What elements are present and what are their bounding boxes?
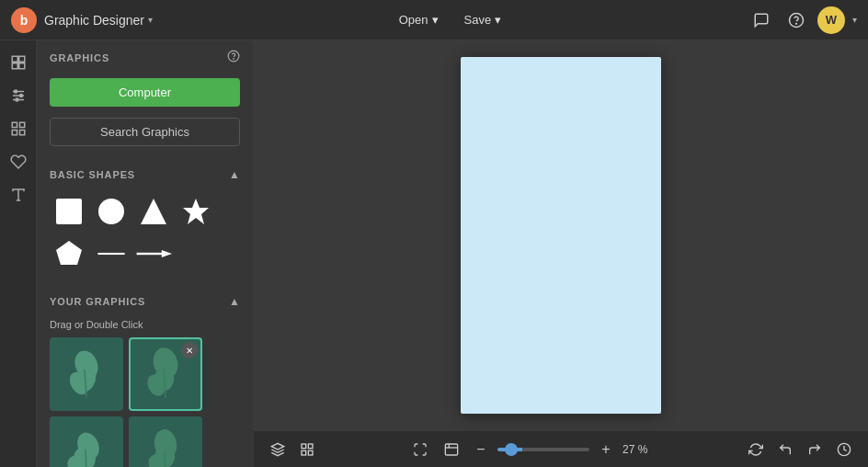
svg-rect-14 [12, 131, 17, 135]
save-button[interactable]: Save ▾ [455, 9, 511, 30]
svg-point-11 [16, 98, 18, 101]
svg-point-9 [14, 90, 17, 93]
shape-triangle[interactable] [134, 192, 173, 231]
graphics-label: GRAPHICS [50, 52, 109, 63]
your-graphics-header: YOUR GRAPHICS ▲ [37, 286, 253, 313]
svg-marker-22 [141, 199, 166, 224]
search-graphics-button[interactable]: Search Graphics [50, 118, 240, 146]
svg-rect-20 [56, 199, 82, 224]
svg-marker-24 [56, 241, 82, 265]
bottom-left [265, 437, 320, 462]
zoom-label: 27 % [622, 443, 656, 456]
history-btn[interactable] [831, 437, 857, 462]
svg-rect-47 [302, 450, 306, 455]
drag-hint: Drag or Double Click [50, 319, 240, 330]
avatar[interactable]: W [817, 6, 845, 34]
app-title-btn[interactable]: Graphic Designer ▾ [44, 13, 153, 28]
svg-marker-27 [162, 250, 172, 257]
app-title-chevron: ▾ [148, 15, 153, 25]
app-logo: b [11, 7, 37, 33]
header-right: W ▾ [748, 6, 857, 34]
basic-shapes-header: BASIC SHAPES ▲ [37, 159, 253, 187]
app-title-text: Graphic Designer [44, 13, 144, 28]
svg-point-21 [98, 199, 124, 224]
heart-icon-btn[interactable] [4, 147, 33, 177]
graphic-item-close-btn[interactable]: ✕ [181, 342, 198, 359]
layers-icon-btn[interactable] [4, 48, 33, 77]
basic-shapes-label: BASIC SHAPES [50, 169, 135, 180]
svg-rect-45 [302, 444, 306, 449]
svg-marker-44 [271, 443, 283, 450]
svg-rect-15 [19, 131, 24, 135]
shape-line[interactable] [92, 234, 131, 273]
zoom-plus-btn[interactable]: + [595, 439, 617, 461]
svg-marker-23 [183, 199, 209, 224]
bottom-toolbar: − + 27 % [254, 430, 868, 467]
zoom-slider[interactable] [497, 448, 589, 451]
save-label: Save [464, 13, 492, 27]
svg-rect-48 [308, 450, 313, 455]
save-chevron: ▾ [495, 13, 501, 27]
help-button[interactable] [782, 6, 810, 34]
comment-button[interactable] [748, 6, 775, 34]
graphics-grid: Drag or Double Click [37, 313, 253, 467]
canvas-page [461, 57, 661, 414]
svg-rect-3 [18, 56, 24, 62]
graphic-item-1[interactable] [50, 337, 123, 411]
shape-arrow[interactable] [134, 234, 173, 273]
open-chevron: ▾ [432, 13, 439, 27]
canvas-main[interactable] [254, 40, 868, 430]
your-graphics-collapse-btn[interactable]: ▲ [229, 295, 240, 308]
sliders-icon-btn[interactable] [4, 81, 33, 110]
zoom-minus-btn[interactable]: − [470, 439, 492, 461]
icon-bar [0, 40, 37, 467]
sidebar: GRAPHICS Computer Search Graphics BASIC … [37, 40, 254, 467]
header-left: b Graphic Designer ▾ [11, 7, 153, 33]
undo-btn[interactable] [772, 437, 798, 462]
svg-rect-49 [445, 444, 457, 455]
bottom-center: − + 27 % [407, 437, 656, 462]
avatar-caret[interactable]: ▾ [852, 15, 857, 25]
graphics-section-header: GRAPHICS [37, 40, 253, 71]
bottom-right [743, 437, 857, 462]
canvas-area: − + 27 % [254, 40, 868, 467]
svg-rect-2 [12, 56, 17, 62]
grid-bottom-btn[interactable] [294, 437, 320, 462]
svg-rect-5 [18, 63, 24, 69]
body: GRAPHICS Computer Search Graphics BASIC … [0, 40, 868, 467]
basic-shapes-collapse-btn[interactable]: ▲ [229, 168, 240, 181]
shape-square[interactable] [50, 192, 88, 231]
frame-btn[interactable] [407, 437, 433, 462]
header-center: Open ▾ Save ▾ [390, 9, 510, 30]
your-graphics-label: YOUR GRAPHICS [50, 296, 145, 307]
graphic-item-3[interactable] [50, 416, 123, 467]
text-icon-btn[interactable] [4, 180, 33, 210]
shape-circle[interactable] [92, 192, 131, 231]
fullscreen-btn[interactable] [439, 437, 464, 462]
layers-bottom-btn[interactable] [265, 437, 291, 462]
shape-pentagon[interactable] [50, 234, 88, 273]
svg-rect-4 [12, 63, 17, 69]
sync-btn[interactable] [743, 437, 769, 462]
svg-line-39 [86, 450, 86, 467]
header: b Graphic Designer ▾ Open ▾ Save ▾ [0, 0, 868, 40]
graphic-item-4[interactable] [129, 416, 202, 467]
grid-icon-btn[interactable] [4, 114, 33, 143]
svg-rect-46 [308, 444, 313, 449]
open-label: Open [399, 13, 428, 27]
svg-point-10 [19, 95, 22, 97]
computer-button[interactable]: Computer [50, 78, 240, 107]
graphic-item-2[interactable]: ✕ [129, 337, 202, 411]
svg-rect-12 [12, 122, 17, 127]
redo-btn[interactable] [802, 437, 828, 462]
shape-star[interactable] [177, 192, 215, 231]
open-button[interactable]: Open ▾ [390, 9, 448, 30]
shapes-grid [37, 187, 253, 282]
svg-rect-13 [19, 122, 24, 127]
graphics-help-btn[interactable] [227, 50, 240, 65]
